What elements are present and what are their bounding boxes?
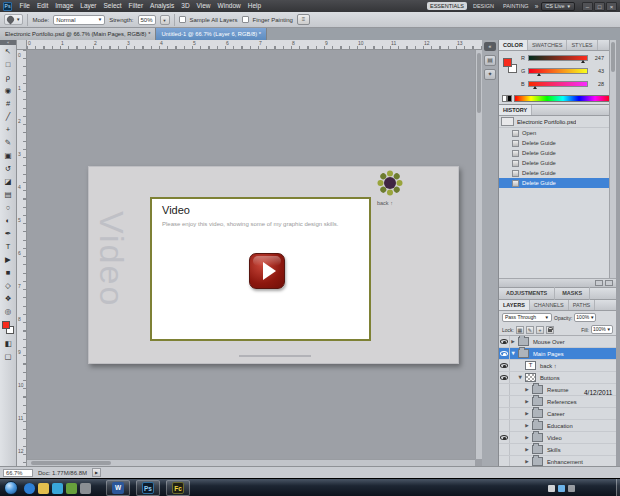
panel-tab[interactable]: HISTORY <box>499 105 532 115</box>
menu-item[interactable]: Window <box>214 0 244 12</box>
layer-blend-mode-dropdown[interactable]: Pass Through ▼ <box>502 313 552 322</box>
strength-slider-arrow[interactable]: ▼ <box>160 15 170 25</box>
status-options-arrow[interactable]: ▶ <box>92 468 101 477</box>
brush-tool[interactable]: ✎ <box>0 136 16 149</box>
eraser-tool[interactable]: ◪ <box>0 175 16 188</box>
strength-field[interactable]: 50% <box>138 15 156 25</box>
visibility-toggle[interactable] <box>499 336 510 347</box>
layer-row[interactable]: ▶ Education <box>499 420 616 432</box>
healing-brush-tool[interactable]: + <box>0 123 16 136</box>
history-snapshot-row[interactable]: Electronic Portfolio.psd <box>499 116 616 128</box>
expand-triangle-icon[interactable]: ▶ <box>524 399 530 404</box>
visibility-toggle[interactable] <box>499 432 510 443</box>
workspace-button[interactable]: PAINTING <box>500 2 532 10</box>
history-step[interactable]: Delete Guide <box>499 168 616 178</box>
layer-row[interactable]: ▶ Main Pages <box>499 348 616 360</box>
marquee-tool[interactable]: □ <box>0 58 16 71</box>
clone-stamp-tool[interactable]: ▣ <box>0 149 16 162</box>
layer-row[interactable]: ▶ Skills <box>499 444 616 456</box>
menu-item[interactable]: Filter <box>125 0 146 12</box>
move-tool[interactable]: ↖ <box>0 45 16 58</box>
menu-item[interactable]: Image <box>52 0 77 12</box>
finger-painting-checkbox[interactable] <box>242 16 249 23</box>
expand-triangle-icon[interactable]: ▶ <box>524 387 530 392</box>
history-step[interactable]: Open <box>499 128 616 138</box>
crop-tool[interactable]: # <box>0 97 16 110</box>
document-tab[interactable]: Untitled-1 @ 66.7% (Layer 6, RGB/8) * <box>156 28 267 40</box>
blue-value[interactable]: 28 <box>590 81 604 87</box>
slider-notch-icon[interactable] <box>537 73 541 76</box>
tool-preset-picker[interactable]: ▼ <box>4 14 23 25</box>
shape-tool[interactable]: ■ <box>0 266 16 279</box>
taskbar-word-button[interactable]: W <box>106 480 130 496</box>
quicklaunch-icon[interactable] <box>66 483 77 494</box>
taskbar-photoshop-button[interactable]: Ps <box>136 480 160 496</box>
quicklaunch-icon[interactable] <box>24 483 35 494</box>
opacity-field[interactable]: 100% ▼ <box>574 313 596 322</box>
green-slider[interactable] <box>528 68 588 74</box>
layer-row[interactable]: ▶ Mouse Over <box>499 336 616 348</box>
quick-mask-button[interactable]: ◧ <box>0 337 16 350</box>
slider-notch-icon[interactable] <box>581 60 585 63</box>
scrollbar-thumb[interactable] <box>611 42 615 72</box>
canvas-area[interactable]: 012345678910111213 0123456789101112 Vide… <box>17 40 482 466</box>
document-tab[interactable]: Electronic Portfolio.psd @ 66.7% (Main P… <box>0 28 156 40</box>
start-button[interactable] <box>4 481 18 495</box>
menu-item[interactable]: View <box>193 0 214 12</box>
expand-triangle-icon[interactable]: ▶ <box>524 447 530 452</box>
screen-mode-button[interactable]: ▢ <box>0 350 16 363</box>
menu-item[interactable]: Edit <box>33 0 51 12</box>
scrollbar-thumb[interactable] <box>477 53 481 113</box>
pen-tool[interactable]: ✒ <box>0 227 16 240</box>
sample-all-layers-checkbox[interactable] <box>179 16 186 23</box>
green-value[interactable]: 43 <box>590 68 604 74</box>
lock-pixels-icon[interactable]: ✎ <box>526 326 534 334</box>
expand-triangle-icon[interactable]: ▶ <box>524 459 530 464</box>
visibility-toggle[interactable] <box>499 396 510 407</box>
panel-tab[interactable]: LAYERS <box>499 300 530 310</box>
menu-item[interactable]: 3D <box>178 0 193 12</box>
scrollbar-thumb[interactable] <box>31 461 111 465</box>
layer-row[interactable]: ▶ Video <box>499 432 616 444</box>
blur-tool[interactable]: ○ <box>0 201 16 214</box>
menu-item[interactable]: Help <box>244 0 264 12</box>
path-selection-tool[interactable]: ▶ <box>0 253 16 266</box>
tray-icon[interactable] <box>548 485 555 492</box>
zoom-tool[interactable]: ◎ <box>0 305 16 318</box>
panel-tab[interactable]: CHANNELS <box>530 300 569 310</box>
visibility-toggle[interactable] <box>499 372 510 383</box>
panel-tab[interactable]: ADJUSTMENTS <box>499 287 555 300</box>
tray-icon[interactable] <box>568 485 575 492</box>
quicklaunch-icon[interactable] <box>38 483 49 494</box>
hand-tool[interactable]: ❖ <box>0 292 16 305</box>
color-spectrum-ramp[interactable] <box>514 95 612 102</box>
show-desktop-button[interactable] <box>616 479 620 496</box>
visibility-toggle[interactable] <box>499 420 510 431</box>
collapsed-panel-icon[interactable]: ✦ <box>484 69 496 80</box>
new-snapshot-icon[interactable] <box>595 280 603 286</box>
history-brush-tool[interactable]: ↺ <box>0 162 16 175</box>
expand-triangle-icon[interactable]: ▶ <box>524 423 530 428</box>
menu-item[interactable]: Layer <box>77 0 100 12</box>
layer-row[interactable]: ▶ References <box>499 396 616 408</box>
toggle-brush-panel-icon[interactable]: ≡ <box>297 14 310 25</box>
panel-tab[interactable]: SWATCHES <box>528 40 568 50</box>
panel-tab[interactable]: PATHS <box>569 300 596 310</box>
blue-slider[interactable] <box>528 81 588 87</box>
blend-mode-d ropdown[interactable]: Normal ▼ <box>53 15 105 25</box>
layer-row[interactable]: ▶ Buttons <box>499 372 616 384</box>
lock-position-icon[interactable]: + <box>536 326 544 334</box>
layers-scrollbar[interactable] <box>609 40 616 171</box>
history-step[interactable]: Delete Guide <box>499 158 616 168</box>
menu-item[interactable]: File <box>16 0 33 12</box>
expand-triangle-icon[interactable]: ▶ <box>524 435 530 440</box>
horizontal-ruler[interactable]: 012345678910111213 <box>17 40 482 50</box>
foreground-color-swatch[interactable] <box>2 321 10 329</box>
lock-all-icon[interactable] <box>546 326 554 334</box>
zoom-level-field[interactable]: 66.7% <box>3 469 33 477</box>
visibility-toggle[interactable] <box>499 360 510 371</box>
collapsed-panel-icon[interactable]: ▤ <box>484 55 496 66</box>
layer-row[interactable]: ▶ Career <box>499 408 616 420</box>
visibility-toggle[interactable] <box>499 384 510 395</box>
dodge-tool[interactable]: ◐ <box>0 214 16 227</box>
